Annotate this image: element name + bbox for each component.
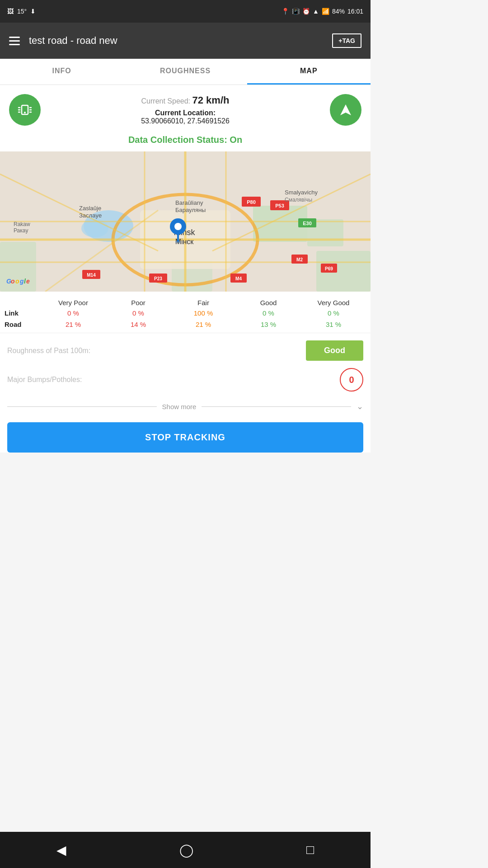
road-poor: 14 %	[106, 321, 171, 328]
stats-row-road: Road 21 % 14 % 21 % 13 % 31 %	[5, 321, 366, 328]
bumps-row: Major Bumps/Potholes: 0	[0, 364, 371, 397]
info-row: Current Speed: 72 km/h Current Location:…	[0, 85, 371, 130]
data-collection-status: Data Collection Status: On	[0, 130, 371, 151]
chevron-down-icon: ⌄	[357, 401, 363, 411]
link-very-good: 0 %	[301, 309, 366, 317]
link-good: 0 %	[236, 309, 301, 317]
status-bar: 🖼 15° ⬇ 📍 📳 ⏰ ▲ 📶 84% 16:01	[0, 0, 371, 23]
vibrate-icon: 📳	[292, 8, 300, 15]
wifi-icon: ▲	[313, 8, 319, 15]
tab-map[interactable]: MAP	[247, 59, 371, 85]
svg-text:Smalyavichy: Smalyavichy	[285, 189, 318, 196]
svg-text:E30: E30	[303, 221, 312, 226]
map-view[interactable]: P80 P53 E30 M2 P69 M14 P23 M4 Zaslaŭje З…	[0, 151, 371, 292]
svg-text:P80: P80	[247, 199, 256, 205]
speed-location-block: Current Speed: 72 km/h Current Location:…	[41, 94, 330, 125]
svg-text:o: o	[11, 278, 15, 285]
svg-text:Ракаy: Ракаy	[14, 227, 28, 234]
tab-info[interactable]: INFO	[0, 59, 123, 85]
divider-left	[7, 406, 157, 407]
time: 16:01	[347, 8, 363, 15]
temperature: 15°	[17, 8, 27, 15]
header-poor: Poor	[106, 299, 171, 307]
vibrate-button[interactable]	[9, 94, 41, 126]
svg-text:P53: P53	[275, 203, 284, 208]
row-label-link: Link	[5, 309, 41, 317]
road-very-good: 31 %	[301, 321, 366, 328]
nav-bar: ◀ ◯ □	[0, 832, 371, 868]
link-poor: 0 %	[106, 309, 171, 317]
location-label: Current Location:	[41, 109, 330, 117]
location-coords: 53.90066010, 27.54691526	[41, 117, 330, 125]
row-label-road: Road	[5, 321, 41, 328]
show-more-row[interactable]: Show more ⌄	[0, 397, 371, 419]
stats-header: Very Poor Poor Fair Good Very Good	[5, 299, 366, 307]
svg-text:Rakaw: Rakaw	[14, 221, 30, 227]
roughness-value: Good	[306, 340, 363, 361]
show-more-label: Show more	[162, 403, 197, 410]
bumps-value: 0	[340, 368, 363, 392]
svg-text:P23: P23	[154, 276, 162, 281]
svg-text:M2: M2	[296, 257, 303, 262]
tag-button[interactable]: +TAG	[332, 33, 361, 48]
location-icon: 📍	[282, 8, 289, 15]
navigation-button[interactable]	[330, 94, 361, 126]
stats-table: Very Poor Poor Fair Good Very Good Link …	[0, 292, 371, 328]
svg-text:o: o	[15, 278, 19, 285]
svg-text:Барауляны: Барауляны	[175, 207, 206, 213]
svg-text:P69: P69	[325, 266, 333, 271]
speed-label: Current Speed:	[141, 97, 191, 105]
main-content: Current Speed: 72 km/h Current Location:…	[0, 85, 371, 453]
app-bar: test road - road new +TAG	[0, 23, 371, 59]
alarm-icon: ⏰	[302, 8, 310, 15]
svg-marker-8	[340, 104, 351, 115]
svg-text:Заслаye: Заслаye	[79, 212, 102, 219]
svg-text:M4: M4	[235, 276, 242, 281]
header-fair: Fair	[171, 299, 236, 307]
svg-point-7	[24, 112, 26, 113]
status-left: 🖼 15° ⬇	[7, 8, 36, 15]
back-icon[interactable]: ◀	[56, 843, 66, 858]
link-very-poor: 0 %	[41, 309, 106, 317]
svg-point-56	[175, 241, 181, 243]
svg-text:g: g	[19, 278, 24, 285]
header-good: Good	[236, 299, 301, 307]
roughness-row: Roughness of Past 100m: Good	[0, 333, 371, 364]
download-icon: ⬇	[30, 8, 36, 15]
stats-row-link: Link 0 % 0 % 100 % 0 % 0 %	[5, 309, 366, 317]
road-good: 13 %	[236, 321, 301, 328]
road-very-poor: 21 %	[41, 321, 106, 328]
status-right: 📍 📳 ⏰ ▲ 📶 84% 16:01	[282, 8, 363, 15]
home-icon[interactable]: ◯	[179, 843, 193, 858]
stop-tracking-button[interactable]: STOP TRACKING	[7, 422, 363, 453]
image-icon: 🖼	[7, 8, 14, 15]
svg-text:Zaslaŭje: Zaslaŭje	[79, 205, 101, 212]
header-very-poor: Very Poor	[41, 299, 106, 307]
svg-text:Baraŭliany: Baraŭliany	[175, 199, 203, 206]
roughness-label: Roughness of Past 100m:	[7, 347, 306, 355]
svg-text:M14: M14	[87, 273, 96, 278]
bumps-label: Major Bumps/Potholes:	[7, 376, 340, 384]
battery: 84%	[332, 8, 345, 15]
app-title: test road - road new	[29, 35, 323, 47]
tab-roughness[interactable]: ROUGHNESS	[123, 59, 247, 85]
speed-value: 72 km/h	[192, 94, 230, 106]
link-fair: 100 %	[171, 309, 236, 317]
svg-text:Смалявічы: Смалявічы	[285, 197, 312, 203]
road-fair: 21 %	[171, 321, 236, 328]
divider-right	[202, 406, 351, 407]
tab-bar: INFO ROUGHNESS MAP	[0, 59, 371, 85]
header-very-good: Very Good	[301, 299, 366, 307]
signal-icon: 📶	[322, 8, 329, 15]
svg-text:e: e	[26, 278, 30, 285]
svg-point-55	[174, 223, 182, 230]
recents-icon[interactable]: □	[306, 843, 314, 857]
hamburger-menu[interactable]	[9, 37, 20, 45]
